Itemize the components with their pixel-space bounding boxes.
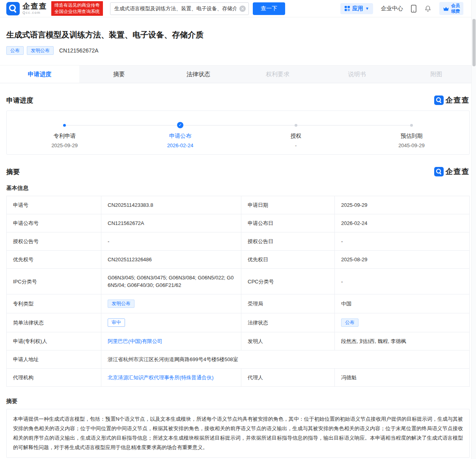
simple-legal-status-badge: 审中 xyxy=(108,318,125,327)
patent-title-section: 生成式语言模型及训练方法、装置、电子设备、存储介质 公布 发明公布 CN1215… xyxy=(0,17,476,55)
clear-search-icon[interactable]: ✕ xyxy=(239,6,246,12)
logo-text: 企查查 Qcc.com xyxy=(22,2,47,15)
table-row-legal-status: 简单法律状态 审中 法律状态 公布 xyxy=(7,313,470,332)
header-right-nav: 应用 ▼ 企业中心 会员续费 xyxy=(340,2,470,15)
timeline-step-grant: 授权 - xyxy=(238,122,354,154)
qcc-watermark-icon xyxy=(434,167,444,176)
cell-value: - xyxy=(335,269,470,294)
apps-label: 应用 xyxy=(352,5,363,12)
step-label: 授权 xyxy=(290,133,301,140)
mobile-app-icon[interactable] xyxy=(411,5,416,13)
cell-label: 优先权号 xyxy=(7,251,101,269)
search-button[interactable]: 查一下 xyxy=(253,2,285,15)
cell-label: 专利类型 xyxy=(7,294,101,313)
chevron-down-icon: ▼ xyxy=(365,6,369,11)
top-header: 企查查 Qcc.com 缔造有远见的商业传奇 全国企业信用查询系统 ✕ 查一下 … xyxy=(0,0,476,17)
slogan-line-2: 全国企业信用查询系统 xyxy=(54,9,100,15)
cell-label: 申请公布日 xyxy=(241,214,335,232)
tab-abstract[interactable]: 摘要 xyxy=(79,66,159,83)
patent-type-badge: 发明公布 xyxy=(108,300,134,308)
cell-value: - xyxy=(101,232,241,251)
tab-legal-status[interactable]: 法律状态 xyxy=(159,66,238,83)
scrollbar-thumb[interactable] xyxy=(472,19,476,66)
cell-value: 发明公布 xyxy=(101,294,241,313)
cell-label: 申请(专利权)人 xyxy=(7,332,101,350)
section-title-abstract: 摘要 xyxy=(6,167,20,176)
logo-title: 企查查 xyxy=(22,2,47,10)
cell-value: 2025-08-29 xyxy=(335,251,470,269)
cell-value: 审中 xyxy=(101,313,241,332)
cell-label: 简单法律状态 xyxy=(7,313,101,332)
qcc-watermark-logo: 企查查 xyxy=(434,95,470,105)
applicant-link[interactable]: 阿里巴巴(中国)有限公司 xyxy=(108,338,162,344)
apps-menu[interactable]: 应用 ▼ xyxy=(340,3,373,14)
publication-number: CN121562672A xyxy=(59,47,99,54)
cell-label: 授权公告号 xyxy=(7,232,101,251)
step-label: 预估到期 xyxy=(400,133,422,140)
abstract-section-header: 摘要 企查查 xyxy=(6,167,470,177)
cell-label: 受理局 xyxy=(241,294,335,313)
table-row-priority-no: 优先权号 CN2025112326486 优先权日 2025-08-29 xyxy=(7,251,470,269)
cell-value: 2026-02-24 xyxy=(335,214,470,232)
table-row-applicant: 申请(专利权)人 阿里巴巴(中国)有限公司 发明人 段然杰, 刘劼西, 魏程, … xyxy=(7,332,470,350)
enterprise-center-link[interactable]: 企业中心 xyxy=(381,5,403,12)
cell-label: 优先权日 xyxy=(241,251,335,269)
table-row-ipc: IPC分类号 G06N3/045; G06N3/0475; G06N3/084;… xyxy=(7,269,470,294)
search-box: ✕ xyxy=(110,2,249,15)
table-row-publication-no: 申请公布号 CN121562672A 申请公布日 2026-02-24 xyxy=(7,214,470,232)
cell-label: IPC分类号 xyxy=(7,269,101,294)
timeline-step-expiry: 预估到期 2045-09-29 xyxy=(354,122,469,154)
tab-claims: 权利要求 xyxy=(238,66,317,83)
vip-crown-icon xyxy=(442,5,450,12)
cell-value: G06N3/045; G06N3/0475; G06N3/084; G06N5/… xyxy=(101,269,241,294)
timeline-dot-pending xyxy=(410,124,413,127)
legal-status-badge: 公布 xyxy=(341,318,358,327)
badge-row: 公布 发明公布 CN121562672A xyxy=(6,46,470,55)
abstract-text: 本申请提供一种生成式语言模型，包括：预置N个语义节点，以及文本生成模块，所述每个… xyxy=(6,409,470,458)
table-row-application-no: 申请号 CN202511423383.8 申请日期 2025-09-29 xyxy=(7,196,470,214)
cell-value: - xyxy=(335,232,470,251)
step-label: 专利申请 xyxy=(54,133,76,140)
cell-value: CN2025112326486 xyxy=(101,251,241,269)
progress-section-header: 申请进度 企查查 xyxy=(6,95,470,105)
cell-label: 申请人地址 xyxy=(7,350,101,369)
step-label: 申请公布 xyxy=(169,133,191,140)
cell-value: 2025-09-29 xyxy=(335,196,470,214)
cell-value: 阿里巴巴(中国)有限公司 xyxy=(101,332,241,350)
tab-application-progress[interactable]: 申请进度 xyxy=(0,66,79,83)
tab-figures: 附图 xyxy=(397,66,476,83)
status-badge-publication: 公布 xyxy=(6,46,24,55)
qcc-watermark-text: 企查查 xyxy=(446,167,470,177)
table-row-address: 申请人地址 浙江省杭州市滨江区长河街道网商路699号4号楼5楼508室 xyxy=(7,350,470,369)
table-row-grant-no: 授权公告号 - 授权公告日 - xyxy=(7,232,470,251)
cell-value: 中国 xyxy=(335,294,470,313)
apps-grid-icon xyxy=(344,6,350,11)
slogan-banner: 缔造有远见的商业传奇 全国企业信用查询系统 xyxy=(51,1,103,16)
timeline-step-filing: 专利申请 2025-09-29 xyxy=(7,122,122,154)
basic-info-table: 申请号 CN202511423383.8 申请日期 2025-09-29 申请公… xyxy=(6,196,470,387)
qcc-watermark-text: 企查查 xyxy=(446,95,470,105)
cell-label: 发明人 xyxy=(241,332,335,350)
application-progress-section: 申请进度 企查查 专利申请 2025-09-29 ✓ 申请公布 2026-02-… xyxy=(0,95,476,155)
cell-label: CPC分类号 xyxy=(241,269,335,294)
patent-title: 生成式语言模型及训练方法、装置、电子设备、存储介质 xyxy=(6,29,470,40)
vertical-scrollbar[interactable] xyxy=(471,0,476,459)
basic-info-title: 基本信息 xyxy=(6,185,470,192)
qcc-logo-icon xyxy=(6,2,20,15)
tab-description: 说明书 xyxy=(317,66,397,83)
agency-link[interactable]: 北京清源汇知识产权代理事务所(特殊普通合伙) xyxy=(108,375,214,380)
step-date: 2025-09-29 xyxy=(51,142,78,148)
cell-value: 冯德魁 xyxy=(335,369,470,387)
cell-value: 段然杰, 刘劼西, 魏程, 李德枫 xyxy=(335,332,470,350)
timeline-dot-done xyxy=(63,124,66,127)
cell-label: 法律状态 xyxy=(241,313,335,332)
cell-label: 申请号 xyxy=(7,196,101,214)
qcc-watermark-icon xyxy=(434,96,444,105)
cell-value: 北京清源汇知识产权代理事务所(特殊普通合伙) xyxy=(101,369,241,387)
cell-value: CN202511423383.8 xyxy=(101,196,241,214)
vip-renew-button[interactable]: 会员续费 xyxy=(439,2,463,15)
search-input[interactable] xyxy=(110,2,249,15)
notifications-bell-icon[interactable] xyxy=(424,5,431,12)
qcc-logo[interactable]: 企查查 Qcc.com xyxy=(6,2,47,15)
table-row-patent-type: 专利类型 发明公布 受理局 中国 xyxy=(7,294,470,313)
